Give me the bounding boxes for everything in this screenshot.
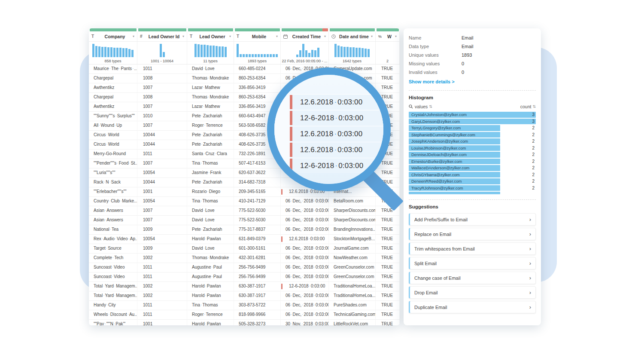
cell-flag[interactable]: TRUE <box>376 263 400 272</box>
cell-date-and-time[interactable]: LittleRockVet.com <box>329 320 376 325</box>
cell-flag[interactable]: TRUE <box>376 244 400 253</box>
cell-date-and-time[interactable]: SharperDiscounts.com <box>329 206 376 215</box>
cell-company[interactable]: Rack·N·Sack <box>89 178 137 187</box>
values-sort-header[interactable]: values ⇅ <box>409 104 432 109</box>
suggestion-trim-whitespaces-from-email[interactable]: Trim whitespaces from Email› <box>409 242 536 255</box>
cell-created-time[interactable]: 06·Dec,·2018·0:03:00 <box>281 216 329 225</box>
cell-date-and-time[interactable]: PureShades.com <box>329 301 376 310</box>
cell-lead-owner-id[interactable]: 1010 <box>137 112 187 121</box>
column-header-mobile[interactable]: TMobile▾ <box>234 31 281 41</box>
cell-flag[interactable]: TRUE <box>376 168 400 177</box>
cell-created-time[interactable]: 06·Dec,·2018·0:03:00 <box>281 291 329 300</box>
suggestion-add-prefix-suffix-to-email[interactable]: Add Prefix/Suffix to Email› <box>409 213 536 226</box>
cell-date-and-time[interactable]: TraditionalHomeLoa... <box>329 282 376 291</box>
cell-lead-owner-id[interactable]: 1008 <box>137 93 187 102</box>
cell-company[interactable]: Merry-Go-Round <box>89 150 137 159</box>
chevron-down-icon[interactable]: ▾ <box>395 34 397 38</box>
cell-lead-owner[interactable]: Rozario·Diego <box>187 187 234 196</box>
sort-values-icon[interactable]: ⇅ <box>429 104 432 109</box>
cell-lead-owner-id[interactable]: 1007 <box>137 121 187 130</box>
cell-lead-owner[interactable]: Roger·Terrence <box>187 310 234 319</box>
cell-flag[interactable]: TRUE <box>376 320 400 325</box>
cell-created-time[interactable]: 06·Dec,·2018·0:03:00 <box>281 301 329 310</box>
cell-lead-owner-id[interactable]: 1009 <box>137 225 187 234</box>
column-header-date-and-time[interactable]: Date and time▾ <box>329 31 376 41</box>
column-mini-histogram[interactable]: 11 types <box>187 42 234 64</box>
chevron-down-icon[interactable]: ▾ <box>182 34 184 38</box>
cell-lead-owner[interactable]: Jasmine·Frank <box>187 168 234 177</box>
cell-flag[interactable]: TRUE <box>376 254 400 263</box>
cell-lead-owner-id[interactable]: 1007 <box>137 216 187 225</box>
cell-flag[interactable]: TRUE <box>376 272 400 281</box>
cell-lead-owner-id[interactable]: 1002 <box>137 291 187 300</box>
cell-lead-owner[interactable]: Roger·Terrence <box>187 121 234 130</box>
cell-lead-owner[interactable]: Harold·Pawlan <box>187 291 234 300</box>
cell-mobile[interactable]: 432-301-6281 <box>234 254 281 263</box>
histogram-bar-row[interactable]: JosephKAnderson@zylker.com2 <box>409 138 536 144</box>
suggestion-drop-email[interactable]: Drop Email› <box>409 286 536 299</box>
cell-mobile[interactable]: 256-756-9499 <box>234 272 281 281</box>
cell-lead-owner-id[interactable]: 1007 <box>137 83 187 92</box>
cell-lead-owner[interactable]: Thomas·Mondrake <box>187 254 234 263</box>
cell-company[interactable]: Circus·World <box>89 131 137 140</box>
cell-company[interactable]: Wheels·Discount·Au... <box>89 310 137 319</box>
cell-mobile[interactable]: 209-345-5165 <box>234 187 281 196</box>
cell-date-and-time[interactable]: StocktonMortgageB... <box>329 235 376 244</box>
show-more-details-link[interactable]: Show more details > <box>409 79 455 84</box>
cell-date-and-time[interactable]: TraditionalHomeLoa... <box>329 291 376 300</box>
cell-lead-owner[interactable]: Harold·Pawlan <box>187 282 234 291</box>
cell-flag[interactable]: TRUE <box>376 83 400 92</box>
cell-company[interactable]: Total·Yard·Managem... <box>89 282 137 291</box>
cell-created-time[interactable]: 12.6.2018·0:03:00 <box>281 235 329 244</box>
cell-lead-owner[interactable]: Harold·Pawlan <box>187 235 234 244</box>
cell-mobile[interactable]: 256-756-9499 <box>234 263 281 272</box>
cell-lead-owner-id[interactable]: 1001 <box>137 187 187 196</box>
column-mini-histogram[interactable]: 1642 types <box>329 42 376 64</box>
cell-lead-owner-id[interactable]: 1007 <box>137 206 187 215</box>
column-header-lead-owner-id[interactable]: #Lead Owner Id▾ <box>137 31 187 41</box>
cell-created-time[interactable]: 06·Dec,·2018·0:03:00 <box>281 197 329 206</box>
cell-mobile[interactable]: 660-485-0224 <box>234 64 281 73</box>
cell-mobile[interactable]: 631-849-0379 <box>234 235 281 244</box>
histogram-bar-row[interactable]: TracyRJohnson@zylker.com2 <box>409 185 536 191</box>
cell-lead-owner[interactable]: Pete·Zachariah <box>187 140 234 149</box>
cell-company[interactable]: ""Luria""'s"" <box>89 168 137 177</box>
histogram-bar-row[interactable]: StephanieBCummings@zylker.com2 <box>409 132 536 138</box>
cell-mobile[interactable]: 336-856-3419 <box>234 83 281 92</box>
cell-mobile[interactable]: 775-317-8837 <box>234 225 281 234</box>
cell-date-and-time[interactable]: GreenCounselor.com <box>329 263 376 272</box>
cell-company[interactable]: Circus·World <box>89 140 137 149</box>
cell-lead-owner[interactable]: Thomas·Mondrake <box>187 74 234 83</box>
chevron-down-icon[interactable]: ▾ <box>133 34 134 38</box>
cell-lead-owner-id[interactable]: 1002 <box>137 254 187 263</box>
column-header-w[interactable]: %W▾ <box>376 31 400 41</box>
cell-mobile[interactable]: 630-387-1917 <box>234 291 281 300</box>
cell-lead-owner-id[interactable]: 1007 <box>137 159 187 168</box>
cell-lead-owner[interactable]: Tina·Thomas <box>187 301 234 310</box>
cell-lead-owner[interactable]: Tina·Thomas <box>187 197 234 206</box>
cell-lead-owner-id[interactable]: 1011 <box>137 64 187 73</box>
cell-company[interactable]: Awthentikz <box>89 83 137 92</box>
cell-flag[interactable]: TRUE <box>376 291 400 300</box>
cell-lead-owner-id[interactable]: 1011 <box>137 263 187 272</box>
suggestion-split-email[interactable]: Split Email› <box>409 257 536 269</box>
cell-date-and-time[interactable]: BrandingInnovations... <box>329 225 376 234</box>
cell-lead-owner[interactable]: Lazar·Mathew <box>187 102 234 111</box>
cell-flag[interactable]: TRUE <box>376 74 400 83</box>
cell-company[interactable]: Complete·Tech <box>89 254 137 263</box>
cell-company[interactable]: Total·Yard·Managem... <box>89 291 137 300</box>
cell-lead-owner[interactable]: Pete·Zachariah <box>187 225 234 234</box>
cell-date-and-time[interactable]: JournalGame.com <box>329 244 376 253</box>
cell-company[interactable]: ""Pender""'s·Food·St... <box>89 159 137 168</box>
cell-mobile[interactable]: 630-387-1917 <box>234 282 281 291</box>
cell-date-and-time[interactable]: GreenCounselor.com <box>329 272 376 281</box>
cell-lead-owner[interactable]: Lazar·Mathew <box>187 83 234 92</box>
cell-company[interactable]: Rex·Audio·Video·Ap... <box>89 235 137 244</box>
cell-lead-owner-id[interactable]: 1011 <box>137 272 187 281</box>
cell-lead-owner[interactable]: David·Love <box>187 216 234 225</box>
chevron-down-icon[interactable]: ▾ <box>276 34 278 38</box>
cell-lead-owner[interactable]: David·Love <box>187 64 234 73</box>
cell-lead-owner-id[interactable]: 1001 <box>137 320 187 325</box>
cell-mobile[interactable]: 303-873-5722 <box>234 301 281 310</box>
chevron-down-icon[interactable]: ▾ <box>371 34 373 38</box>
